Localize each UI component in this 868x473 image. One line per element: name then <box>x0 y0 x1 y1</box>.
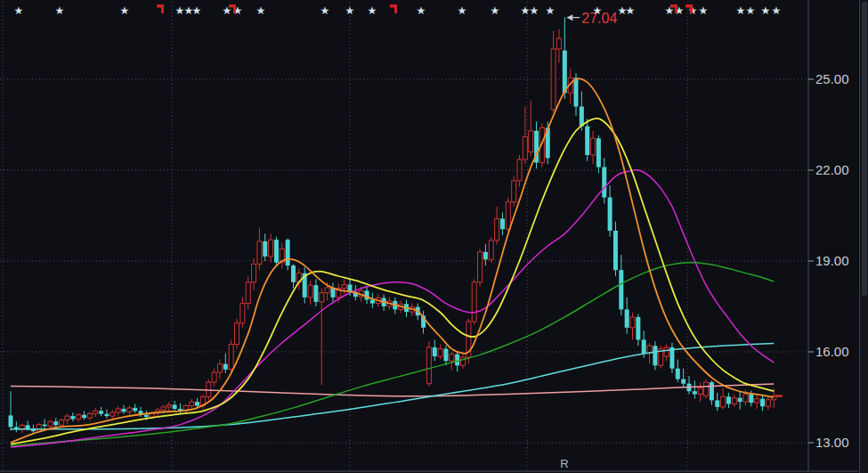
candle-body <box>274 240 279 263</box>
candle-body <box>9 415 13 427</box>
event-star-icon[interactable]: ★ <box>256 4 266 17</box>
candle-body <box>755 399 759 403</box>
event-star-icon[interactable]: ★ <box>626 4 636 17</box>
candle-body <box>37 425 41 431</box>
event-star-icon[interactable]: ★ <box>458 4 467 17</box>
candle-body <box>82 415 86 418</box>
event-flag-icon[interactable] <box>157 4 164 13</box>
candle-body <box>325 288 329 293</box>
candle-body <box>443 349 448 362</box>
candle-body <box>99 411 103 413</box>
candle-body <box>732 398 736 404</box>
event-star-icon[interactable]: ★ <box>120 4 130 17</box>
candle-body <box>87 413 92 418</box>
candle-body <box>495 218 499 240</box>
candlestick-chart[interactable]: 25.0022.0019.0016.0013.0027.04★★★★★★★★★★… <box>0 0 858 473</box>
right-scrollbar[interactable] <box>859 0 868 473</box>
candle-body <box>252 264 256 281</box>
candle-body <box>161 407 166 410</box>
candle-body <box>523 137 527 160</box>
candle-body <box>710 382 714 400</box>
candle-body <box>766 400 770 406</box>
y-axis-label: 13.00 <box>815 435 849 450</box>
candle-body <box>500 218 505 229</box>
candle-body <box>53 421 58 425</box>
candle-body <box>438 349 442 357</box>
candle-body <box>653 346 657 365</box>
candle-body <box>472 282 476 322</box>
candle-body <box>70 416 75 419</box>
candle-body <box>551 49 556 110</box>
candle-body <box>291 265 296 282</box>
candle-body <box>433 347 437 356</box>
event-star-icon[interactable]: ★ <box>699 4 709 17</box>
event-star-icon[interactable]: ★ <box>192 4 202 17</box>
candle-body <box>190 402 194 405</box>
candle-body <box>263 241 267 257</box>
candle-body <box>681 379 685 384</box>
candle-body <box>591 138 596 155</box>
candle-body <box>664 347 669 356</box>
candle-body <box>65 416 69 420</box>
candle-body <box>217 364 222 373</box>
candle-body <box>556 38 561 49</box>
candle-body <box>308 285 312 298</box>
candle-body <box>625 309 629 327</box>
candle-body <box>313 285 318 302</box>
event-star-icon[interactable]: ★ <box>746 4 756 17</box>
event-star-icon[interactable]: ★ <box>345 4 355 17</box>
ex-rights-marker: R <box>560 457 568 470</box>
event-flag-icon[interactable] <box>390 4 397 13</box>
event-star-icon[interactable]: ★ <box>368 4 377 17</box>
candle-body <box>229 345 233 370</box>
event-star-icon[interactable]: ★ <box>14 4 24 17</box>
ma-lines <box>11 78 774 447</box>
annotation-arrowhead-icon <box>566 14 572 20</box>
candle-body <box>630 317 635 328</box>
candle-body <box>286 240 290 265</box>
event-star-icon[interactable]: ★ <box>761 4 771 17</box>
candle-body <box>370 300 375 304</box>
candle-body <box>721 396 726 407</box>
candle-body <box>166 405 171 407</box>
candle-body <box>529 131 533 152</box>
event-markers-row[interactable]: ★★★★★★★★★★★★★★★★★★★★★★★★★★★★★ <box>14 4 782 17</box>
event-star-icon[interactable]: ★ <box>736 4 746 17</box>
candle-body <box>613 231 618 270</box>
scrollbar-thumb[interactable] <box>862 2 867 296</box>
candle-body <box>116 409 120 412</box>
event-star-icon[interactable]: ★ <box>530 4 539 17</box>
event-star-icon[interactable]: ★ <box>491 4 500 17</box>
event-star-icon[interactable]: ★ <box>320 4 330 17</box>
candles-layer[interactable] <box>9 18 776 434</box>
candle-body <box>122 409 126 412</box>
candle-body <box>43 425 47 427</box>
candle-body <box>257 241 262 265</box>
candle-body <box>455 355 459 366</box>
candle-body <box>715 400 719 406</box>
ma-line-magenta <box>11 170 774 447</box>
candle-body <box>269 240 273 257</box>
candle-body <box>512 181 516 202</box>
candle-body <box>77 415 81 420</box>
candle-body <box>60 420 64 426</box>
candle-body <box>574 77 579 106</box>
event-star-icon[interactable]: ★ <box>546 4 556 17</box>
y-axis-label: 19.00 <box>815 253 849 268</box>
candle-body <box>743 395 748 403</box>
candle-body <box>693 391 697 394</box>
candle-body <box>342 285 346 289</box>
event-star-icon[interactable]: ★ <box>55 4 65 17</box>
candle-body <box>235 323 239 345</box>
event-star-icon[interactable]: ★ <box>772 4 782 17</box>
candle-body <box>517 159 522 181</box>
ma-line-yellow <box>11 118 774 444</box>
y-axis-label: 16.00 <box>815 344 849 359</box>
candle-body <box>676 369 680 379</box>
candle-body <box>483 252 488 260</box>
candle-body <box>726 396 731 404</box>
candle-body <box>320 293 324 302</box>
event-star-icon[interactable]: ★ <box>593 4 603 17</box>
event-star-icon[interactable]: ★ <box>417 4 426 17</box>
candle-body <box>698 388 702 395</box>
